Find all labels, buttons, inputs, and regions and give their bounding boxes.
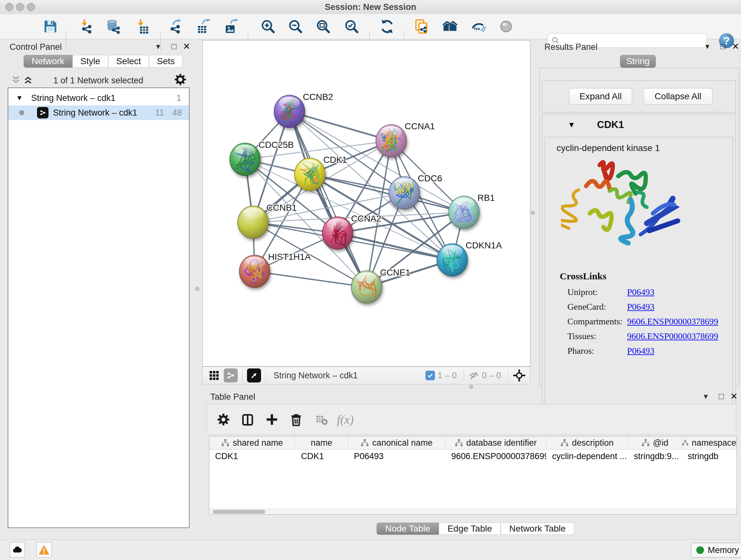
column-header--id[interactable]: @id: [628, 436, 682, 449]
grid-view-button[interactable]: [207, 368, 221, 382]
memory-button[interactable]: Memory: [691, 543, 741, 557]
function-builder-button[interactable]: f(x): [336, 410, 355, 429]
gear-icon[interactable]: [174, 73, 187, 86]
control-tab-select[interactable]: Select: [108, 55, 149, 68]
column-header-shared-name[interactable]: shared name: [209, 436, 295, 449]
table-row[interactable]: CDK1CDK1P064939606.ENSP00000378699cyclin…: [209, 449, 737, 463]
network-canvas[interactable]: CCNB2CCNA1CDC25BCDK1CDC6RB1CCNB1CCNA2CDK…: [202, 40, 530, 367]
window-titlebar: Session: New Session: [0, 0, 741, 14]
table-cell[interactable]: cyclin-dependent ...: [546, 449, 628, 463]
delete-columns-button[interactable]: [286, 410, 306, 429]
table-panel-menu-button[interactable]: ▾: [704, 391, 708, 401]
crosslinks-list: Uniprot:P06493GeneCard:P06493Compartment…: [567, 285, 727, 358]
export-image-button[interactable]: [222, 18, 240, 35]
node-label: CDC25B: [259, 140, 293, 150]
delete-table-button[interactable]: [312, 410, 331, 429]
import-network-button[interactable]: [77, 18, 95, 35]
left-splitter-handle[interactable]: [195, 287, 199, 291]
table-cell[interactable]: 9606.ENSP00000378699: [446, 449, 546, 463]
table-settings-button[interactable]: [214, 410, 233, 429]
zoom-selected-button[interactable]: [343, 18, 360, 35]
table-cell[interactable]: P06493: [348, 449, 446, 463]
export-table-button[interactable]: [195, 18, 212, 35]
current-network-title: String Network – cdk1: [273, 371, 358, 381]
trash-icon: [289, 413, 303, 427]
hide-panel-button[interactable]: [470, 18, 487, 35]
crosslink-link[interactable]: P06493: [627, 287, 655, 297]
scrollbar-thumb[interactable]: [212, 510, 265, 514]
new-network-from-selection-button[interactable]: [413, 18, 430, 35]
export-network-button[interactable]: [166, 18, 184, 35]
zoom-in-button[interactable]: [259, 18, 277, 35]
column-header-database-identifier[interactable]: database identifier: [446, 436, 546, 449]
birdseye-view-button[interactable]: [247, 368, 261, 382]
column-header-name[interactable]: name: [295, 436, 348, 449]
network-edge: [338, 233, 452, 260]
houses-button[interactable]: [442, 18, 459, 35]
node-label: CCNA2: [351, 213, 381, 224]
warning-button[interactable]: [37, 542, 52, 557]
show-columns-button[interactable]: [238, 410, 257, 429]
crosslink-link[interactable]: P06493: [627, 302, 655, 312]
table-tab-node-table[interactable]: Node Table: [377, 523, 439, 535]
table-cell[interactable]: stringdb:9...: [628, 449, 682, 463]
network-collection-row[interactable]: ▼ String Network – cdk1 1: [8, 88, 189, 105]
hidden-eye-slash-icon[interactable]: [468, 370, 479, 381]
node-label: HIST1H1A: [268, 252, 311, 262]
selected-checkbox[interactable]: [425, 371, 435, 380]
expand-all-icon[interactable]: [22, 74, 34, 85]
cloud-button[interactable]: [10, 542, 25, 557]
zoom-out-button[interactable]: [287, 18, 304, 35]
table-tab-network-table[interactable]: Network Table: [501, 523, 575, 535]
collapse-all-icon[interactable]: [10, 74, 22, 85]
results-panel-menu-button[interactable]: ▾: [705, 42, 710, 51]
results-panel-close-button[interactable]: ✕: [732, 41, 739, 52]
crosslink-link[interactable]: P06493: [627, 346, 655, 356]
horizontal-scrollbar[interactable]: [209, 509, 737, 515]
control-tab-style[interactable]: Style: [72, 55, 108, 68]
results-tab-string[interactable]: String: [620, 55, 656, 68]
crosslink-link[interactable]: 9606.ENSP00000378699: [627, 316, 718, 327]
table-cell[interactable]: CDK1: [295, 449, 348, 463]
gene-section-header[interactable]: ▼ CDK1: [542, 114, 736, 136]
gene-name: CDK1: [597, 119, 624, 131]
control-tab-network[interactable]: Network: [23, 55, 72, 68]
crosslink-label: Compartments:: [567, 316, 627, 327]
control-tab-sets[interactable]: Sets: [149, 55, 183, 68]
zoom-out-icon: [288, 19, 303, 34]
create-column-button[interactable]: [262, 410, 281, 429]
column-header-namespace[interactable]: namespace: [682, 436, 737, 449]
network-view-mode-button[interactable]: [224, 368, 238, 382]
column-header-canonical-name[interactable]: canonical name: [348, 436, 446, 449]
tree-expanded-icon[interactable]: ▼: [16, 94, 23, 102]
table-cell[interactable]: CDK1: [209, 449, 295, 463]
table-panel: Table Panel ▾ □ ✕ f(x) shared namenameca…: [202, 388, 741, 540]
network-row-selected[interactable]: String Network – cdk1 11 48: [8, 105, 189, 120]
show-panel-button[interactable]: [497, 18, 515, 35]
save-session-button[interactable]: [42, 18, 59, 35]
collapse-all-button[interactable]: Collapse All: [643, 88, 713, 105]
import-table-button[interactable]: [134, 18, 151, 35]
save-icon: [43, 19, 58, 34]
expand-all-button[interactable]: Expand All: [569, 88, 632, 105]
import-network-from-database-button[interactable]: [105, 18, 122, 35]
table-panel-close-button[interactable]: ✕: [730, 391, 738, 401]
node-label: CDK1: [323, 155, 347, 165]
birdseye-arrow-icon: [249, 371, 259, 380]
table-header-row: shared namenamecanonical namedatabase id…: [209, 436, 737, 449]
node-label: CCNB1: [266, 203, 297, 212]
table-tab-edge-table[interactable]: Edge Table: [439, 523, 501, 535]
control-panel-menu-button[interactable]: ▾: [156, 42, 160, 51]
column-header-description[interactable]: description: [546, 436, 628, 449]
crosslink-link[interactable]: 9606.ENSP00000378699: [627, 331, 718, 341]
fit-selected-crosshair-button[interactable]: [513, 369, 526, 382]
refresh-layout-button[interactable]: [379, 18, 396, 35]
table-panel-float-button[interactable]: □: [719, 391, 724, 401]
control-panel-float-button[interactable]: □: [172, 42, 177, 51]
control-panel-close-button[interactable]: ✕: [183, 41, 190, 52]
section-collapse-icon[interactable]: ▼: [568, 120, 576, 129]
table-cell[interactable]: stringdb: [682, 449, 737, 463]
results-panel-float-button[interactable]: □: [720, 42, 725, 51]
zoom-fit-button[interactable]: [315, 18, 332, 35]
open-file-button[interactable]: [14, 18, 31, 35]
